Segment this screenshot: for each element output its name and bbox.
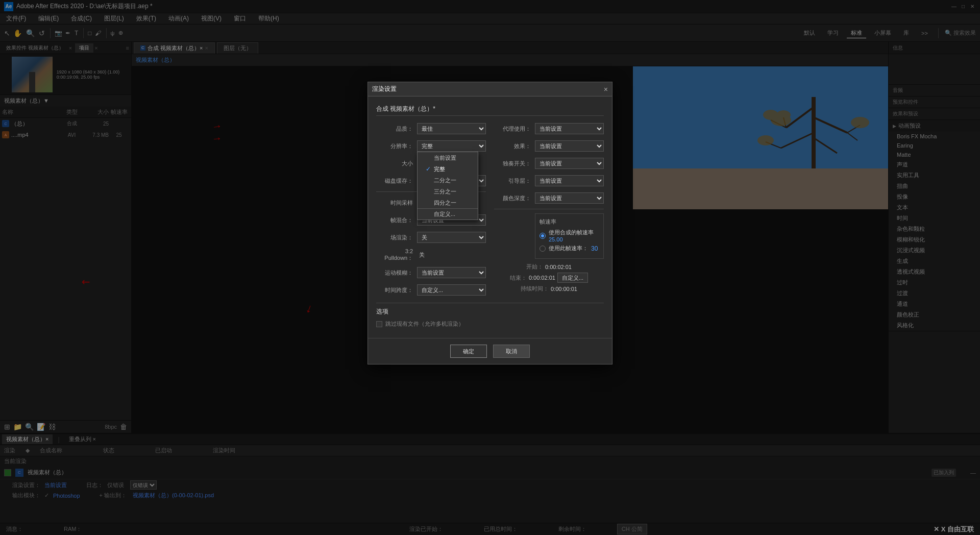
color-depth-row: 颜色深度： 当前设置: [494, 191, 604, 205]
modal-footer: 确定 取消: [368, 338, 612, 364]
modal-close-btn[interactable]: ×: [604, 85, 608, 93]
guide-row: 引导层： 当前设置: [494, 174, 604, 187]
motion-blur-select[interactable]: 当前设置: [417, 267, 486, 278]
res-option-current[interactable]: ✓当前设置: [418, 152, 478, 163]
start-label: 开始：: [526, 263, 543, 271]
res-option-third[interactable]: ✓三分之一: [418, 186, 478, 197]
options-section: 选项 跳过现有文件（允许多机渲染）: [376, 303, 604, 328]
res-option-full[interactable]: ✓完整: [418, 163, 478, 175]
guide-label: 引导层：: [494, 177, 535, 185]
field-row: 场渲染： 关: [376, 231, 486, 244]
modal-form-cols: 品质： 最佳 草图 线框 分辨率：: [376, 122, 604, 301]
proxy-select[interactable]: 当前设置: [535, 123, 604, 134]
effects-control: 当前设置: [535, 140, 604, 152]
color-depth-label: 颜色深度：: [494, 194, 535, 202]
proxy-label: 代理使用：: [494, 125, 535, 133]
field-select[interactable]: 关: [417, 232, 486, 243]
res-option-custom[interactable]: ✓自定义...: [418, 208, 478, 220]
duration-control: 自定义...: [417, 284, 486, 296]
skip-files-label: 跳过现有文件（允许多机渲染）: [385, 320, 464, 328]
quality-select[interactable]: 最佳 草图 线框: [417, 123, 486, 134]
proxy-control: 当前设置: [535, 123, 604, 134]
quality-row: 品质： 最佳 草图 线框: [376, 122, 486, 135]
custom-btn[interactable]: 自定义...: [557, 273, 588, 283]
start-value: 0:00:02:01: [545, 264, 572, 270]
start-time-row: 开始： 0:00:02:01: [494, 263, 604, 271]
pulldown-row: 3:2 Pulldown： 关: [376, 248, 486, 262]
modal-dialog: 渲染设置 × 合成 视频素材（总）* 品质： 最佳 草图: [368, 82, 612, 364]
motion-blur-label: 运动模糊：: [376, 269, 417, 277]
confirm-btn[interactable]: 确定: [450, 345, 487, 358]
modal-right-col: 代理使用： 当前设置 效果： 当前设置: [494, 122, 604, 301]
field-control: 关: [417, 232, 486, 243]
size-label: 大小: [376, 160, 417, 167]
duration-select[interactable]: 自定义...: [417, 284, 486, 296]
modal-body: 合成 视频素材（总）* 品质： 最佳 草图 线框: [368, 96, 612, 338]
field-label: 场渲染：: [376, 234, 417, 241]
options-title: 选项: [376, 307, 604, 316]
time-section: 开始： 0:00:02:01 结束： 0:00:02:01 自定义... 持续时…: [494, 263, 604, 293]
resolution-select[interactable]: 完整 二分之一 三分之一 四分之一: [417, 140, 486, 152]
solo-label: 独奏开关：: [494, 160, 535, 167]
solo-control: 当前设置: [535, 158, 604, 169]
color-depth-control: 当前设置: [535, 192, 604, 204]
disk-cache-label: 磁盘缓存：: [376, 177, 417, 185]
blend-label: 帧混合：: [376, 216, 417, 224]
fps-custom-label: 使用此帧速率：: [549, 245, 588, 252]
solo-select[interactable]: 当前设置: [535, 158, 604, 169]
fps-custom-radio-row: 使用此帧速率： 30: [540, 245, 599, 252]
duration-time-value: 0:00:00:01: [551, 286, 577, 292]
duration-time-row: 持续时间： 0:00:00:01: [494, 285, 604, 293]
time-sample-label: 时间采样: [376, 199, 417, 207]
pulldown-label: 3:2 Pulldown：: [376, 248, 417, 262]
effects-row: 效果： 当前设置: [494, 139, 604, 153]
fps-title: 帧速率: [540, 218, 599, 226]
color-depth-select[interactable]: 当前设置: [535, 192, 604, 204]
solo-row: 独奏开关： 当前设置: [494, 157, 604, 170]
skip-files-row: 跳过现有文件（允许多机渲染）: [376, 320, 604, 328]
duration-row: 时间跨度： 自定义...: [376, 283, 486, 297]
cancel-btn[interactable]: 取消: [493, 345, 530, 358]
fps-comp-value: 25.00: [549, 236, 563, 242]
end-label: 结束：: [510, 274, 527, 282]
fps-custom-radio[interactable]: [540, 246, 546, 252]
fps-custom-value[interactable]: 30: [591, 245, 598, 252]
modal-title-bar: 渲染设置 ×: [368, 82, 612, 96]
quality-label: 品质：: [376, 125, 417, 133]
modal-section-title: 合成 视频素材（总）*: [376, 105, 604, 116]
guide-control: 当前设置: [535, 175, 604, 186]
resolution-row: 分辨率： 完整 二分之一 三分之一 四分之一 ✓当前设置: [376, 139, 486, 153]
res-option-quarter[interactable]: ✓四分之一: [418, 197, 478, 208]
duration-label: 时间跨度：: [376, 286, 417, 294]
end-time-row: 结束： 0:00:02:01 自定义...: [494, 273, 604, 283]
motion-blur-control: 当前设置: [417, 267, 486, 278]
guide-select[interactable]: 当前设置: [535, 175, 604, 186]
modal-divider-2: [494, 209, 604, 209]
proxy-row: 代理使用： 当前设置: [494, 122, 604, 135]
quality-control: 最佳 草图 线框: [417, 123, 486, 134]
end-value: 0:00:02:01: [529, 275, 555, 281]
resolution-label: 分辨率：: [376, 142, 417, 150]
skip-files-checkbox[interactable]: [376, 321, 382, 327]
modal-overlay: 渲染设置 × 合成 视频素材（总）* 品质： 最佳 草图: [0, 0, 980, 535]
motion-blur-row: 运动模糊： 当前设置: [376, 266, 486, 279]
resolution-dropdown: ✓当前设置 ✓完整 ✓二分之一 ✓三分之一: [417, 152, 478, 220]
fps-section: 帧速率 使用合成的帧速率 25.00 使用此帧速率： 30: [535, 213, 604, 259]
fps-comp-radio-row: 使用合成的帧速率 25.00: [540, 229, 599, 242]
res-option-half[interactable]: ✓二分之一: [418, 175, 478, 186]
fps-comp-radio[interactable]: [540, 233, 546, 239]
pulldown-value: 关: [417, 250, 427, 260]
resolution-control: 完整 二分之一 三分之一 四分之一 ✓当前设置: [417, 140, 486, 152]
modal-left-col: 品质： 最佳 草图 线框 分辨率：: [376, 122, 486, 301]
effects-select[interactable]: 当前设置: [535, 140, 604, 152]
fps-comp-label: 使用合成的帧速率 25.00: [549, 229, 599, 242]
modal-title: 渲染设置: [372, 85, 397, 93]
effects-label: 效果：: [494, 142, 535, 150]
duration-time-label: 持续时间：: [521, 285, 549, 293]
